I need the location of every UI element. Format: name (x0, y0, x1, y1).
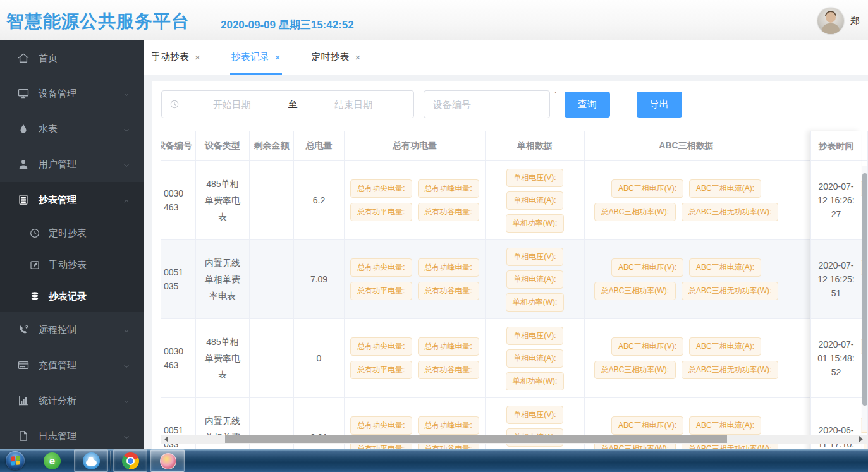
sidebar-item-label: 充值管理 (39, 360, 76, 372)
browser-360-icon[interactable]: e (44, 452, 61, 469)
cell-abc-phase: ABC三相电压(V): ABC三相电流(A): 总ABC三相功率(W): 总AB… (585, 161, 788, 240)
cell-total-energy: 7.09 (294, 240, 345, 319)
edit-icon (29, 259, 40, 270)
tab-timed-reading[interactable]: 定时抄表 × (310, 40, 362, 75)
chrome-taskbar-button[interactable] (113, 449, 147, 472)
cell-device-type: 485单相单费率电表 (196, 319, 250, 398)
chevron-down-icon (123, 125, 130, 133)
avatar[interactable] (817, 8, 844, 34)
col-header-total-energy: 总电量 (294, 131, 345, 161)
table-row[interactable]: 0030463 485单相单费率电表 6.2 总有功尖电量: 总有功峰电量: 总… (161, 161, 868, 240)
cell-balance (250, 240, 294, 319)
sidebar-item-manual-reading[interactable]: 手动抄表 (0, 249, 144, 281)
cell-single-phase: 单相电压(V): 单相电流(A): 单相功率(W): (486, 319, 585, 398)
sidebar-item-reading-records[interactable]: 抄表记录 (0, 281, 144, 312)
cell-read-time: 2020-07-01 15:48:52 (810, 319, 861, 398)
clock-icon (29, 227, 40, 239)
end-date-input[interactable] (302, 99, 406, 110)
vertical-scrollbar-thumb[interactable] (862, 173, 867, 406)
chevron-down-icon (123, 160, 130, 168)
cell-active-energy: 总有功尖电量: 总有功峰电量: 总有功平电量: 总有功谷电量: (345, 240, 486, 319)
tag-abc-reactive: 总ABC三相无功功率(W): (682, 203, 778, 221)
sidebar-item-label: 远程控制 (39, 324, 76, 336)
table-row[interactable]: 0051035 内置无线单相单费率电表 7.09 总有功尖电量: 总有功峰电量:… (161, 240, 868, 319)
user-box[interactable]: 郑 (817, 8, 865, 34)
chrome-icon (122, 452, 139, 469)
windows-taskbar: e + 1 20 (0, 449, 868, 472)
start-button[interactable] (6, 451, 25, 470)
sidebar-item-label: 定时抄表 (49, 227, 87, 239)
start-date-input[interactable] (180, 99, 284, 110)
sidebar-item-meter-management[interactable]: 抄表管理 (0, 182, 144, 217)
cell-balance (250, 319, 294, 398)
chevron-down-icon (123, 361, 130, 369)
cell-device-type: 485单相单费率电表 (196, 161, 250, 240)
tag-sp-voltage: 单相电压(V): (506, 169, 563, 187)
cell-balance (250, 161, 294, 240)
tag-sp-power: 单相功率(W): (506, 293, 565, 312)
sidebar-item-devices[interactable]: 设备管理 (0, 76, 144, 111)
sidebar-item-recharge[interactable]: 充值管理 (0, 348, 144, 383)
tab-manual-reading[interactable]: 手动抄表 × (150, 40, 202, 75)
tag-abc-current: ABC三相电流(A): (689, 179, 761, 198)
col-header-single-phase: 单相数据 (486, 131, 585, 161)
tag-sp-current: 单相电流(A): (506, 349, 563, 368)
tag-sp-power: 单相功率(W): (506, 372, 565, 390)
tab-label: 定时抄表 (312, 51, 350, 63)
qq-browser-taskbar-button[interactable] (74, 449, 108, 472)
sidebar-item-remote-control[interactable]: 远程控制 (0, 312, 144, 348)
tag-peak-energy: 总有功峰电量: (418, 416, 479, 435)
sidebar: 首页 设备管理 水表 用户管理 抄表管理 定时抄表 (0, 40, 144, 449)
cell-device-id: 0030463 (161, 319, 196, 398)
topbar: 智慧能源公共服务平台 2020-09-09 星期三15:42:52 郑 (0, 0, 868, 40)
sidebar-item-users[interactable]: 用户管理 (0, 147, 144, 182)
scroll-left-icon[interactable] (164, 436, 168, 442)
sidebar-item-statistics[interactable]: 统计分析 (0, 383, 144, 418)
sidebar-item-label: 用户管理 (39, 159, 76, 171)
tag-abc-voltage: ABC三相电压(V): (611, 179, 683, 198)
tag-sharp-energy: 总有功尖电量: (350, 258, 412, 277)
tag-abc-current: ABC三相电流(A): (689, 258, 761, 277)
close-icon[interactable]: × (195, 52, 200, 62)
search-row: 至 ` 查询 导出 (161, 90, 682, 118)
export-button[interactable]: 导出 (637, 92, 682, 118)
sidebar-item-home[interactable]: 首页 (0, 40, 144, 76)
tag-abc-power: 总ABC三相功率(W): (594, 282, 676, 300)
tag-abc-reactive: 总ABC三相无功功率(W): (682, 361, 778, 379)
chevron-down-icon (123, 90, 130, 97)
qq-browser-icon (83, 452, 100, 469)
tab-reading-records[interactable]: 抄表记录 × (230, 40, 282, 75)
horizontal-scrollbar[interactable] (161, 435, 868, 444)
tag-sharp-energy: 总有功尖电量: (350, 337, 412, 356)
vertical-scrollbar[interactable] (862, 166, 867, 430)
col-header-active-energy: 总有功电量 (345, 131, 486, 161)
tab-bar: 手动抄表 × 抄表记录 × 定时抄表 × (144, 40, 868, 75)
scroll-right-icon[interactable] (859, 436, 863, 442)
home-icon (17, 52, 30, 64)
chevron-down-icon (123, 326, 130, 334)
stray-character: ` (554, 90, 557, 100)
query-button[interactable]: 查询 (565, 92, 610, 118)
sidebar-item-watermeter[interactable]: 水表 (0, 111, 144, 147)
tag-sp-current: 单相电流(A): (506, 270, 563, 289)
sidebar-item-timed-reading[interactable]: 定时抄表 (0, 217, 144, 249)
tab-label: 抄表记录 (231, 51, 269, 63)
photo-viewer-icon (160, 453, 176, 469)
document-icon (17, 430, 30, 442)
cell-single-phase: 单相电压(V): 单相电流(A): 单相功率(W): (486, 161, 585, 240)
table-row[interactable]: 0030463 485单相单费率电表 0 总有功尖电量: 总有功峰电量: 总有功… (161, 319, 868, 398)
meter-icon (17, 193, 30, 206)
sidebar-item-label: 统计分析 (39, 395, 76, 407)
date-range-picker[interactable]: 至 (161, 90, 414, 118)
tag-abc-voltage: ABC三相电压(V): (611, 258, 683, 277)
table-header-row: 设备编号 设备类型 剩余金额 总电量 总有功电量 单相数据 ABC三相数据 (161, 131, 868, 161)
cell-single-phase: 单相电压(V): 单相电流(A): 单相功率(W): (486, 240, 585, 319)
horizontal-scrollbar-thumb[interactable] (225, 435, 727, 443)
tag-abc-power: 总ABC三相功率(W): (594, 361, 676, 379)
tag-sp-voltage: 单相电压(V): (506, 406, 563, 424)
taskbar-separator (110, 451, 111, 471)
photo-viewer-taskbar-button[interactable] (150, 449, 185, 472)
close-icon[interactable]: × (275, 52, 281, 62)
device-id-input[interactable] (424, 90, 550, 118)
close-icon[interactable]: × (355, 52, 361, 62)
